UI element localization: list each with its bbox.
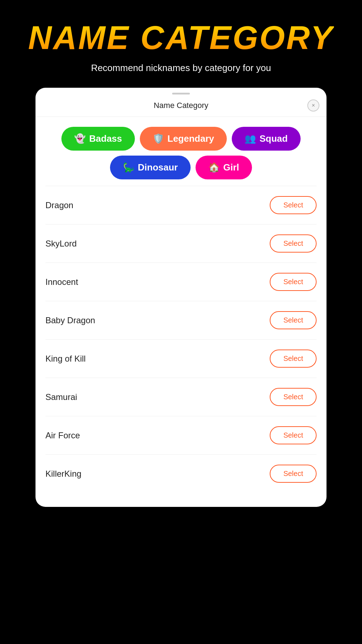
name-label-samurai: Samurai [45, 392, 77, 402]
name-label-babydragon: Baby Dragon [45, 315, 95, 325]
girl-icon: 🏠 [208, 162, 220, 173]
select-button-babydragon[interactable]: Select [270, 311, 317, 329]
category-squad[interactable]: 👥 Squad [232, 127, 300, 151]
badass-label: Badass [89, 133, 122, 144]
name-item-kingofkill: King of Kill Select [45, 340, 317, 378]
name-item-babydragon: Baby Dragon Select [45, 301, 317, 340]
select-button-skylord[interactable]: Select [270, 234, 317, 253]
modal-header: Name Category × [35, 94, 327, 117]
page-subtitle: Recommend nicknames by category for you [91, 63, 271, 74]
legendary-icon: 🛡️ [153, 133, 164, 144]
category-dinosaur[interactable]: 🦕 Dinosaur [110, 156, 191, 179]
close-button[interactable]: × [307, 99, 319, 112]
name-item-samurai: Samurai Select [45, 378, 317, 416]
select-button-kingofkill[interactable]: Select [270, 350, 317, 368]
select-button-killerking[interactable]: Select [270, 465, 317, 483]
select-button-samurai[interactable]: Select [270, 388, 317, 406]
name-item-killerking: KillerKing Select [45, 455, 317, 493]
squad-icon: 👥 [245, 133, 256, 144]
select-button-airforce[interactable]: Select [270, 426, 317, 444]
name-item-skylord: SkyLord Select [45, 224, 317, 263]
name-label-airforce: Air Force [45, 431, 80, 440]
name-label-skylord: SkyLord [45, 239, 77, 249]
select-button-dragon[interactable]: Select [270, 196, 317, 214]
modal: Name Category × 👻 Badass 🛡️ Legendary 👥 … [35, 88, 327, 507]
name-list: Dragon Select SkyLord Select Innocent Se… [35, 186, 327, 493]
dinosaur-label: Dinosaur [138, 162, 178, 173]
dinosaur-icon: 🦕 [123, 162, 134, 173]
name-label-killerking: KillerKing [45, 469, 81, 479]
name-label-innocent: Innocent [45, 277, 78, 287]
squad-label: Squad [259, 133, 287, 144]
name-label-kingofkill: King of Kill [45, 354, 86, 364]
name-item-dragon: Dragon Select [45, 186, 317, 224]
category-badass[interactable]: 👻 Badass [61, 127, 135, 151]
name-label-dragon: Dragon [45, 200, 73, 210]
badass-icon: 👻 [74, 133, 86, 144]
modal-title: Name Category [154, 101, 208, 110]
girl-label: Girl [223, 162, 239, 173]
category-legendary[interactable]: 🛡️ Legendary [140, 127, 227, 151]
name-item-airforce: Air Force Select [45, 416, 317, 455]
select-button-innocent[interactable]: Select [270, 273, 317, 291]
page-title: NAME CATEGORY [28, 21, 334, 54]
category-buttons: 👻 Badass 🛡️ Legendary 👥 Squad 🦕 Dinosaur… [35, 117, 327, 186]
legendary-label: Legendary [168, 133, 214, 144]
category-girl[interactable]: 🏠 Girl [196, 156, 252, 179]
name-item-innocent: Innocent Select [45, 263, 317, 301]
